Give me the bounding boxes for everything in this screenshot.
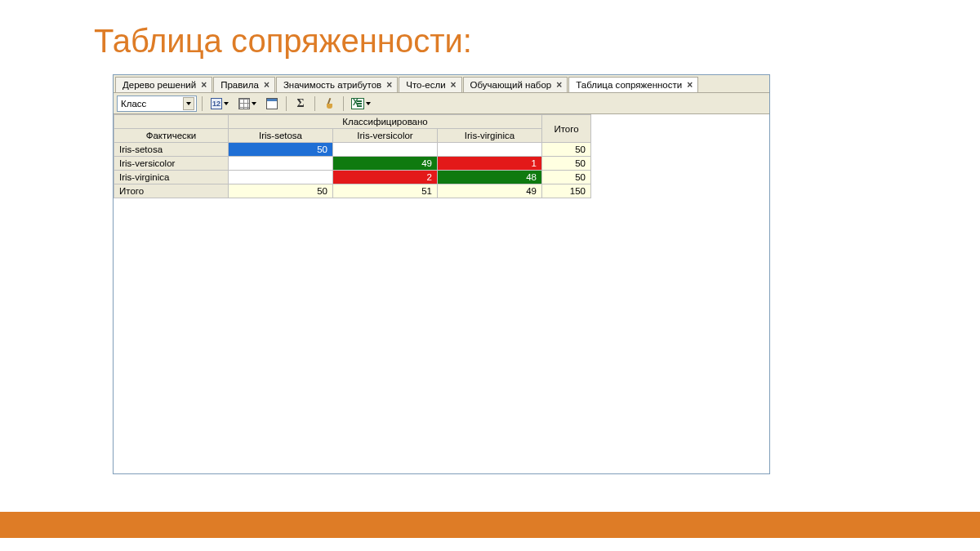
row-total: 50 [542,171,591,184]
slide-title: Таблица сопряженности: [0,0,980,74]
slide-footer-bar [0,512,980,538]
totals-cell: 50 [229,184,333,198]
grand-total-cell: 150 [542,184,591,198]
tab-label: Правила [220,80,259,90]
excel-icon [351,98,364,109]
tab-label: Обучающий набор [470,80,552,90]
tab-2[interactable]: Значимость атрибутов× [276,77,398,92]
matrix-cell [438,143,542,157]
totals-label: Итого [114,184,229,198]
close-icon[interactable]: × [687,80,693,90]
separator [314,96,315,111]
separator [286,96,287,111]
row-label: Iris-setosa [114,143,229,157]
col-header: Iris-virginica [438,129,542,143]
matrix-cell: 50 [229,143,333,157]
row-label: Iris-versicolor [114,157,229,171]
content-area: Классифицировано Итого Фактически Iris-s… [114,114,769,473]
chevron-down-icon [183,97,194,110]
tab-5[interactable]: Таблица сопряженности× [568,77,698,92]
close-icon[interactable]: × [201,80,207,90]
tab-3[interactable]: Что-если× [399,77,461,92]
sigma-icon: Σ [296,97,304,110]
app-window: Дерево решений×Правила×Значимость атрибу… [113,74,770,474]
super-header: Классифицировано [229,115,542,129]
export-excel-button[interactable] [349,96,373,112]
calendar-icon [266,98,278,109]
brush-icon [323,98,335,109]
col-header: Iris-setosa [229,129,333,143]
tab-strip: Дерево решений×Правила×Значимость атрибу… [114,75,769,93]
tab-label: Значимость атрибутов [283,80,381,90]
sigma-button[interactable]: Σ [292,96,310,112]
row-header-title: Фактически [114,129,229,143]
brush-button[interactable] [320,96,338,112]
row-label: Iris-virginica [114,171,229,184]
grid-icon [238,98,250,109]
close-icon[interactable]: × [451,80,457,90]
matrix-cell [229,157,333,171]
confusion-matrix: Классифицировано Итого Фактически Iris-s… [114,114,591,198]
matrix-cell: 48 [438,171,542,184]
tab-label: Что-если [406,80,445,90]
row-total: 50 [542,157,591,171]
totals-cell: 51 [333,184,438,198]
close-icon[interactable]: × [264,80,270,90]
grid-button[interactable] [235,96,260,112]
close-icon[interactable]: × [386,80,392,90]
close-icon[interactable]: × [556,80,562,90]
class-combo[interactable]: Класс [117,96,197,112]
matrix-cell: 1 [438,157,542,171]
separator [202,96,203,111]
separator [343,96,344,111]
matrix-cell: 2 [333,171,438,184]
row-total: 50 [542,143,591,157]
calendar-button[interactable] [263,96,281,112]
tab-label: Дерево решений [122,80,196,90]
class-combo-value: Класс [121,99,146,109]
matrix-cell [229,171,333,184]
tab-1[interactable]: Правила× [213,77,275,92]
tab-4[interactable]: Обучающий набор× [463,77,568,92]
corner-cell [114,115,229,129]
tab-0[interactable]: Дерево решений× [115,77,212,92]
numbers-button[interactable]: 12 [207,96,232,112]
total-header: Итого [542,115,591,143]
toolbar: Класс 12 Σ [114,93,769,114]
totals-cell: 49 [438,184,542,198]
col-header: Iris-versicolor [333,129,438,143]
matrix-cell: 49 [333,157,438,171]
tab-label: Таблица сопряженности [576,80,682,90]
matrix-cell [333,143,438,157]
number-format-icon: 12 [211,98,222,109]
